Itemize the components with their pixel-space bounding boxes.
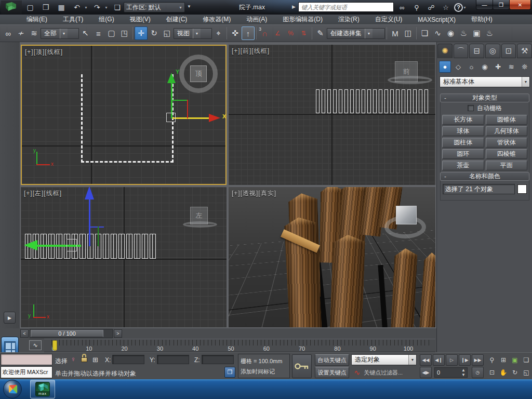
gizmo-plane-handle[interactable] bbox=[90, 227, 104, 228]
viewport-label-front[interactable]: [+][前][线框] bbox=[232, 47, 270, 56]
primitive-button[interactable]: 茶壶 bbox=[442, 161, 484, 170]
selection-pin-icon[interactable]: ♀ bbox=[71, 355, 76, 363]
viewport-front[interactable]: [+][前][线框] 前 bbox=[229, 45, 435, 185]
fence-post[interactable] bbox=[356, 89, 360, 113]
fence-post[interactable] bbox=[339, 89, 342, 113]
percent-snap-icon[interactable]: % bbox=[284, 26, 297, 40]
frame-spinner[interactable]: ▲▼ bbox=[461, 368, 466, 377]
time-slider-handle[interactable]: 0 / 100 bbox=[31, 330, 103, 337]
fence-post[interactable] bbox=[396, 89, 400, 113]
fence-post[interactable] bbox=[407, 89, 411, 113]
render-setup-icon[interactable]: ♨ bbox=[457, 26, 470, 40]
wooden-plank[interactable] bbox=[391, 248, 418, 327]
gizmo-z-axis[interactable] bbox=[89, 197, 90, 246]
close-button[interactable]: ✕ bbox=[509, 0, 531, 10]
project-folder-button[interactable]: ❏ bbox=[111, 2, 124, 13]
category-lights-icon[interactable]: ☼ bbox=[466, 61, 477, 73]
fence-posts-front[interactable] bbox=[316, 89, 428, 113]
angle-snap-icon[interactable]: ∠ bbox=[271, 26, 284, 40]
primitive-button[interactable]: 圆锥体 bbox=[486, 115, 528, 125]
select-by-name-icon[interactable]: ≡ bbox=[92, 26, 105, 40]
category-cameras-icon[interactable]: ◉ bbox=[479, 61, 491, 73]
gizmo-z-arrowhead-icon[interactable] bbox=[85, 187, 94, 200]
menu-item[interactable]: 修改器(M) bbox=[195, 15, 238, 24]
maximize-viewport-toggle-icon[interactable]: ◱ bbox=[521, 367, 532, 378]
go-to-start-button[interactable]: ◀◀ bbox=[420, 354, 432, 366]
spinner-snap-icon[interactable]: ⇅ bbox=[297, 26, 310, 40]
primitive-button[interactable]: 平面 bbox=[486, 161, 528, 170]
tab-motion[interactable]: ◎ bbox=[485, 44, 500, 58]
time-slider-track[interactable]: 0 / 100 bbox=[30, 329, 113, 338]
select-and-scale-icon[interactable]: ◱ bbox=[161, 26, 174, 40]
object-color-swatch[interactable] bbox=[517, 184, 527, 194]
help-icon[interactable]: ? bbox=[454, 3, 463, 12]
fence-post[interactable] bbox=[362, 89, 365, 113]
isolate-selection-icon[interactable]: ❐ bbox=[224, 367, 235, 378]
bind-to-space-warp-icon[interactable]: ≋ bbox=[28, 26, 41, 40]
fence-post-pair[interactable] bbox=[87, 234, 94, 259]
fence-post-pair[interactable] bbox=[142, 234, 148, 259]
undo-dropdown-caret-icon[interactable]: ▼ bbox=[84, 6, 88, 9]
name-color-rollout-header[interactable]: - 名称和颜色 bbox=[440, 172, 529, 181]
fence-post[interactable] bbox=[379, 89, 382, 113]
undo-button[interactable]: ↶ bbox=[71, 2, 83, 13]
gizmo-y-arrowhead-icon[interactable] bbox=[167, 73, 176, 83]
primitive-category-dropdown[interactable]: 标准基本体 ▼ bbox=[440, 76, 530, 87]
select-and-link-icon[interactable]: ∞ bbox=[2, 26, 15, 40]
primitive-button[interactable]: 圆环 bbox=[442, 149, 484, 159]
app-logo-icon[interactable] bbox=[1, 1, 22, 14]
window-crossing-icon[interactable]: ◳ bbox=[118, 26, 131, 40]
object-type-rollout-header[interactable]: - 对象类型 bbox=[440, 94, 529, 102]
zoom-extents-all-icon[interactable]: ❏ bbox=[521, 354, 532, 366]
mirror-icon[interactable]: M bbox=[389, 26, 402, 40]
fence-post[interactable] bbox=[413, 89, 417, 113]
menu-item[interactable]: 动画(A) bbox=[238, 15, 275, 24]
viewport-left[interactable]: [+][左][线框] 左 y x bbox=[21, 187, 227, 327]
primitive-button[interactable]: 管状体 bbox=[486, 138, 528, 148]
workspace-extra-caret-icon[interactable]: ▼ bbox=[187, 4, 191, 9]
search-expand-icon[interactable]: ▶ bbox=[292, 4, 296, 9]
menu-item[interactable]: 渲染(R) bbox=[330, 15, 367, 24]
select-object-icon[interactable]: ↖ bbox=[79, 26, 92, 40]
y-coordinate-input[interactable] bbox=[157, 355, 189, 364]
expand-trackbar-button[interactable]: ▶ bbox=[4, 312, 16, 324]
object-name-field[interactable]: 选择了 21 个对象 bbox=[443, 184, 515, 194]
previous-frame-button[interactable]: ◀❙ bbox=[433, 354, 445, 366]
primitive-button[interactable]: 几何球体 bbox=[486, 126, 528, 136]
rendered-frame-window-icon[interactable]: ▣ bbox=[470, 26, 483, 40]
viewport-label-left[interactable]: [+][左][线框] bbox=[24, 189, 62, 198]
category-shapes-icon[interactable]: ◇ bbox=[453, 61, 464, 73]
subscription-key-icon[interactable]: ⚲ bbox=[410, 2, 423, 13]
next-frame-arrow-button[interactable]: > bbox=[114, 329, 122, 338]
x-coordinate-input[interactable] bbox=[112, 355, 144, 364]
redo-button[interactable]: ↷ bbox=[91, 2, 103, 13]
set-key-button[interactable]: 设置关键点 bbox=[315, 367, 349, 378]
infocenter-search-input[interactable] bbox=[298, 2, 394, 12]
viewcube-top-icon[interactable]: 顶 bbox=[179, 55, 218, 93]
fence-post[interactable] bbox=[316, 89, 320, 113]
orbit-icon[interactable]: ↻ bbox=[509, 367, 521, 378]
pan-hand-icon[interactable]: ✋ bbox=[498, 367, 509, 378]
unlink-selection-icon[interactable]: ≁ bbox=[15, 26, 28, 40]
fence-post[interactable] bbox=[419, 89, 422, 113]
menu-item[interactable]: 自定义(U) bbox=[367, 15, 410, 24]
fence-post-pair[interactable] bbox=[134, 234, 140, 259]
add-time-tag-label[interactable]: 添加时间标记 bbox=[241, 366, 287, 377]
auto-key-button[interactable]: 自动关键点 bbox=[315, 354, 349, 366]
menu-item[interactable]: 编辑(E) bbox=[19, 15, 55, 24]
viewport-perspective[interactable]: [+][透视][真实] z x y bbox=[229, 187, 435, 327]
primitive-button[interactable]: 长方体 bbox=[442, 115, 484, 125]
gizmo-x-arrowhead-icon[interactable] bbox=[209, 114, 220, 122]
gizmo-plane-handle[interactable] bbox=[98, 227, 99, 246]
use-pivot-point-icon[interactable]: ⌖ bbox=[212, 26, 225, 40]
wooden-plank[interactable] bbox=[419, 252, 435, 327]
fence-post[interactable] bbox=[424, 89, 428, 113]
tab-display[interactable]: ⊡ bbox=[501, 44, 516, 58]
zoom-icon[interactable]: ⚲ bbox=[486, 354, 498, 366]
menu-item[interactable]: 视图(V) bbox=[122, 15, 158, 24]
layer-manager-icon[interactable]: ❏ bbox=[418, 26, 431, 40]
gizmo-plane-handle[interactable] bbox=[172, 100, 188, 101]
select-and-rotate-icon[interactable]: ↻ bbox=[148, 26, 161, 40]
primitive-button[interactable]: 四棱锥 bbox=[486, 149, 528, 159]
taskbar-3dsmax-button[interactable]: max bbox=[30, 380, 55, 398]
